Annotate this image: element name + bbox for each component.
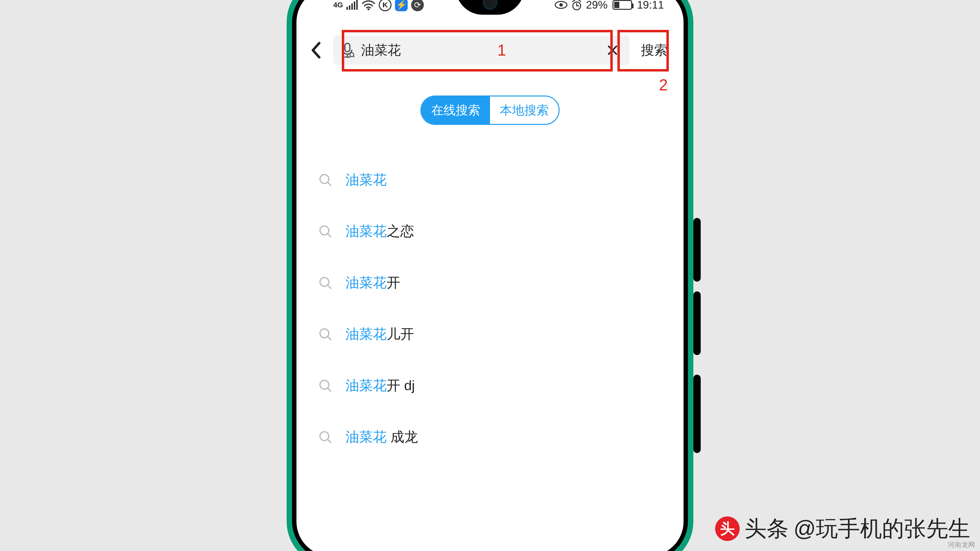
alarm-icon [571, 0, 582, 11]
signal-icon [347, 0, 358, 10]
search-icon [318, 327, 333, 341]
suggestion-item[interactable]: 油菜花之恋 [318, 206, 662, 257]
site-watermark: 河南龙网 [948, 540, 975, 549]
search-icon [318, 379, 333, 392]
network-4g-icon: 4G [333, 1, 343, 9]
screen: 4G K ⚡ ⟳ [296, 0, 684, 551]
volume-down-button [694, 291, 701, 355]
svg-rect-3 [354, 2, 355, 10]
credit-watermark: 头 头条 @玩手机的张先生 [715, 514, 970, 544]
status-time: 19:11 [637, 0, 664, 11]
svg-rect-0 [347, 7, 348, 10]
tab-online-search[interactable]: 在线搜索 [422, 97, 490, 124]
svg-rect-9 [345, 43, 350, 52]
suggestion-item[interactable]: 油菜花 [318, 154, 662, 206]
clear-input-icon[interactable] [605, 44, 620, 56]
suggestion-item[interactable]: 油菜花儿开 [318, 308, 662, 360]
suggestion-text: 油菜花之恋 [345, 222, 414, 241]
suggestion-item[interactable]: 油菜花 成龙 [318, 411, 662, 463]
back-button[interactable] [304, 41, 328, 59]
search-input-container[interactable]: 油菜花 [333, 35, 630, 65]
search-icon [318, 225, 333, 238]
svg-rect-4 [356, 0, 358, 10]
search-header: 油菜花 搜索 [296, 32, 684, 68]
bolt-icon: ⚡ [395, 0, 408, 11]
battery-percent: 29% [586, 0, 608, 11]
suggestion-text: 油菜花开 dj [345, 376, 415, 395]
suggestion-text: 油菜花 成龙 [345, 428, 418, 446]
annotation-label-2: 2 [659, 76, 668, 94]
svg-rect-2 [351, 3, 353, 10]
svg-point-7 [559, 3, 563, 6]
search-query-text: 油菜花 [361, 41, 599, 59]
suggestion-list: 油菜花油菜花之恋油菜花开油菜花儿开油菜花开 dj油菜花 成龙 [318, 154, 662, 463]
eye-icon [555, 0, 568, 9]
search-icon [318, 430, 333, 444]
voice-search-icon[interactable] [340, 42, 355, 58]
suggestion-text: 油菜花开 [345, 273, 400, 292]
volume-up-button [694, 218, 701, 282]
battery-icon [612, 0, 632, 10]
search-scope-tabs: 在线搜索 本地搜索 [420, 95, 560, 125]
wifi-icon [362, 0, 375, 10]
k-badge-icon: K [379, 0, 391, 11]
toutiao-logo-icon: 头 [715, 516, 740, 541]
suggestion-item[interactable]: 油菜花开 dj [318, 360, 662, 411]
annotation-label-1: 1 [497, 41, 506, 59]
suggestion-text: 油菜花 [345, 171, 387, 189]
power-button [694, 375, 701, 453]
search-icon [318, 276, 333, 290]
phone-frame: 4G K ⚡ ⟳ [286, 0, 694, 551]
credit-handle: @玩手机的张先生 [794, 514, 970, 544]
credit-prefix: 头条 [745, 514, 789, 544]
suggestion-text: 油菜花儿开 [345, 325, 414, 344]
suggestion-item[interactable]: 油菜花开 [318, 257, 662, 308]
svg-point-5 [368, 8, 369, 10]
tab-local-search[interactable]: 本地搜索 [490, 97, 558, 124]
search-icon [318, 173, 333, 187]
search-button[interactable]: 搜索 [635, 41, 674, 59]
svg-rect-1 [349, 5, 350, 10]
refresh-icon: ⟳ [411, 0, 424, 11]
